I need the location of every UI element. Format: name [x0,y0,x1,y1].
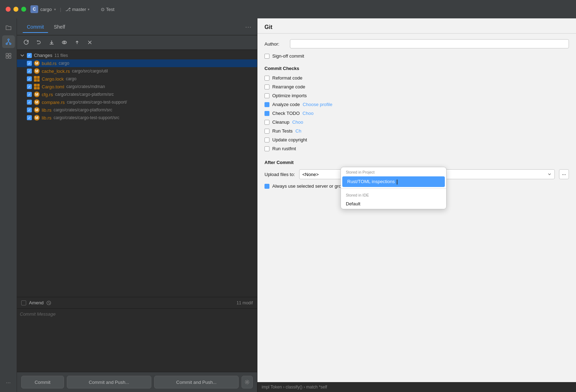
file-path: cargo/crates/cargo-platform/src [55,92,114,97]
file-path: cargo/crates/cargo-platform/src [53,107,112,112]
changes-checkbox[interactable] [27,53,32,58]
branch-selector[interactable]: ⎇ master ▾ [65,7,89,12]
signoff-checkbox[interactable] [264,54,269,59]
traffic-lights [6,7,26,12]
settings-button[interactable] [242,376,253,388]
amend-checkbox[interactable] [21,300,26,305]
svg-point-1 [6,43,7,45]
file-checkbox[interactable] [27,69,32,74]
file-modified-icon: M [34,99,40,105]
eye-button[interactable] [59,37,69,47]
title-bar: C cargo ▾ | ⎇ master ▾ ⊙ Test [0,0,576,18]
files-count: 11 files [54,53,68,58]
select-chevron-icon [547,172,552,176]
list-item[interactable]: Cargo.toml cargo/crates/mdman [17,83,257,90]
svg-rect-5 [6,56,8,58]
project-badge: C [30,5,38,13]
todo-label: Check TODO [272,111,300,116]
close-button[interactable] [85,37,95,47]
minimize-button[interactable] [13,7,18,12]
author-input[interactable] [290,39,569,48]
maximize-button[interactable] [21,7,26,12]
project-chevron-icon: ▾ [54,7,56,11]
file-checkbox[interactable] [27,92,32,97]
file-checkbox[interactable] [27,100,32,105]
svg-point-10 [246,381,248,383]
list-item[interactable]: M cache_lock.rs cargo/src/cargo/util [17,67,257,75]
commit-and-push-button-2[interactable]: Commit and Push... [154,376,239,388]
file-modified-icon: M [34,107,40,113]
file-name: cfg.rs [42,92,53,97]
dropdown-item-default[interactable]: Default [341,199,446,209]
tabs-more-icon[interactable]: ⋯ [245,23,251,31]
refresh-button[interactable] [21,37,31,47]
check-row-rearrange: Rearrange code [264,84,569,89]
cleanup-link[interactable]: Choo [292,119,303,125]
commit-button[interactable]: Commit [21,376,64,388]
todo-link[interactable]: Choo [303,111,314,116]
reformat-checkbox[interactable] [264,76,269,81]
file-checkbox[interactable] [27,76,32,81]
sidebar-icon-extensions[interactable] [2,49,15,62]
rearrange-checkbox[interactable] [264,84,269,89]
list-item[interactable]: M cfg.rs cargo/crates/cargo-platform/src [17,90,257,98]
sidebar-icon-more[interactable]: ··· [2,376,15,389]
git-dialog-header: Git [257,18,576,34]
file-checkbox[interactable] [27,107,32,112]
close-button[interactable] [6,7,11,12]
undo-button[interactable] [34,37,44,47]
after-commit-title: After Commit [264,160,569,165]
cleanup-checkbox[interactable] [264,120,269,125]
commit-checks-title: Commit Checks [264,66,569,71]
file-name: lib.rs [42,107,51,113]
file-name: Cargo.toml [42,84,64,89]
commit-and-push-button-1[interactable]: Commit and Push... [67,376,151,388]
file-grid-icon [34,76,40,82]
move-up-button[interactable] [72,37,82,47]
rustfmt-checkbox[interactable] [264,146,269,151]
check-row-analyze: Analyze code Choose profile [264,102,569,107]
tests-checkbox[interactable] [264,129,269,134]
list-item[interactable]: M compare.rs cargo/crates/cargo-test-sup… [17,98,257,106]
file-path: cargo [59,61,69,66]
list-item[interactable]: M build.rs cargo [17,59,257,67]
always-use-checkbox[interactable] [264,184,269,189]
changes-header[interactable]: Changes 11 files [17,51,257,59]
git-dialog-content: Author: Sign-off commit Commit Checks Re… [257,34,576,392]
tab-commit[interactable]: Commit [23,21,48,33]
dropdown-item-rust-toml[interactable]: Rust/TOML inspections [342,176,445,187]
todo-checkbox[interactable] [264,111,269,116]
separator: | [60,7,61,12]
download-button[interactable] [47,37,57,47]
amend-row: Amend 11 modif [17,297,257,308]
project-selector[interactable]: C cargo ▾ [30,5,56,13]
sidebar-icon-folder[interactable] [2,21,15,34]
optimize-checkbox[interactable] [264,93,269,98]
upload-value: <None> [302,172,319,177]
bottom-path: impl Token › classify() › match *self [262,385,327,390]
file-checkbox[interactable] [27,115,32,120]
tests-link[interactable]: Ch [296,128,302,134]
file-checkbox[interactable] [27,84,32,89]
tests-label: Run Tests [272,128,293,134]
author-row: Author: [264,39,569,48]
dropdown-item-label: Rust/TOML inspections [347,179,395,184]
analyze-profile-link[interactable]: Choose profile [303,102,332,107]
git-dialog: Git Author: Sign-off commit Commit Check… [257,18,576,392]
commit-message-area[interactable]: Commit Message [17,308,257,372]
svg-point-7 [62,41,66,44]
copyright-label: Update copyright [272,137,307,142]
list-item[interactable]: M lib.rs cargo/crates/cargo-test-support… [17,114,257,122]
tab-shelf[interactable]: Shelf [50,21,69,33]
svg-point-8 [64,42,65,43]
list-item[interactable]: M lib.rs cargo/crates/cargo-platform/src [17,106,257,114]
upload-more-button[interactable]: ··· [559,169,569,179]
list-item[interactable]: Cargo.lock cargo [17,75,257,83]
copyright-checkbox[interactable] [264,138,269,142]
svg-point-2 [10,43,11,45]
analyze-checkbox[interactable] [264,102,269,107]
file-name: Cargo.lock [42,76,64,82]
file-checkbox[interactable] [27,61,32,66]
test-selector[interactable]: ⊙ Test [101,7,115,12]
sidebar-icon-git[interactable] [2,35,15,48]
